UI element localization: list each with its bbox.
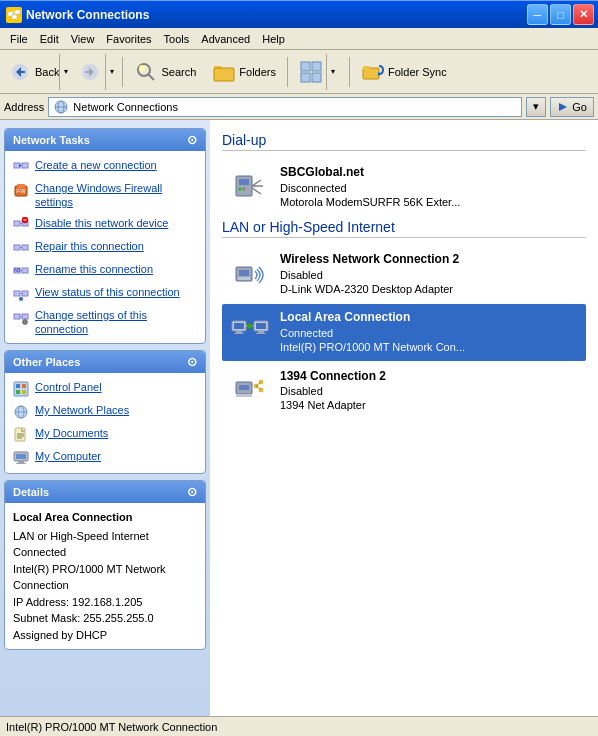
wireless2-device: D-Link WDA-2320 Desktop Adapter [280, 282, 578, 296]
svg-rect-88 [256, 333, 266, 334]
menu-edit[interactable]: Edit [34, 31, 65, 47]
svg-line-77 [252, 188, 261, 194]
address-bar: Address Network Connections ▾ Go [0, 94, 598, 120]
menu-help[interactable]: Help [256, 31, 291, 47]
rename-connection-icon: AB [13, 263, 29, 279]
back-label: Back [35, 66, 59, 78]
wireless2-name: Wireless Network Connection 2 [280, 252, 578, 268]
connection-local-area[interactable]: Local Area Connection Connected Intel(R)… [222, 304, 586, 360]
back-dropdown-icon[interactable]: ▾ [59, 54, 71, 90]
sbcglobal-status: Disconnected [280, 181, 578, 195]
forward-button[interactable]: ▾ [74, 54, 118, 90]
svg-rect-56 [22, 384, 26, 388]
sidebar-item-create-connection[interactable]: Create a new connection [5, 155, 205, 178]
svg-rect-18 [312, 73, 321, 82]
svg-rect-42 [22, 268, 28, 273]
sidebar-item-view-status[interactable]: i View status of this connection [5, 282, 205, 305]
toolbar-divider-2 [287, 57, 288, 87]
address-input[interactable]: Network Connections [48, 97, 522, 117]
network-tasks-label: Network Tasks [13, 134, 90, 146]
window-title: Network Connections [26, 8, 149, 22]
menu-favorites[interactable]: Favorites [100, 31, 157, 47]
details-header[interactable]: Details ⊙ [5, 481, 205, 503]
svg-rect-29 [19, 165, 21, 167]
address-dropdown-button[interactable]: ▾ [526, 97, 546, 117]
search-button[interactable]: Search [127, 54, 203, 90]
main-layout: Network Tasks ⊙ Create a new connection [0, 120, 598, 716]
svg-rect-46 [22, 291, 28, 296]
svg-rect-92 [239, 385, 249, 390]
my-computer-label: My Computer [35, 449, 101, 463]
address-icon [53, 99, 69, 115]
control-panel-icon [13, 381, 29, 397]
svg-line-10 [149, 74, 155, 80]
folder-sync-label: Folder Sync [388, 66, 447, 78]
maximize-button[interactable]: □ [550, 4, 571, 25]
repair-connection-label: Repair this connection [35, 239, 144, 253]
go-button[interactable]: Go [550, 97, 594, 117]
folders-icon [212, 60, 236, 84]
change-firewall-icon: FW [13, 182, 29, 198]
details-device: Intel(R) PRO/1000 MT Network Connection [13, 561, 197, 594]
sidebar-item-my-computer[interactable]: My Computer [5, 446, 205, 469]
sidebar: Network Tasks ⊙ Create a new connection [0, 120, 210, 716]
svg-marker-25 [559, 103, 567, 111]
svg-rect-38 [14, 245, 20, 250]
details-subnet: Subnet Mask: 255.255.255.0 [13, 610, 197, 627]
view-toggle-button[interactable]: ▾ [292, 54, 345, 90]
sidebar-item-control-panel[interactable]: Control Panel [5, 377, 205, 400]
sidebar-item-change-firewall[interactable]: FW Change Windows Firewall settings [5, 178, 205, 213]
folder-sync-icon [361, 60, 385, 84]
my-documents-label: My Documents [35, 426, 108, 440]
svg-point-53 [23, 319, 28, 324]
folder-sync-button[interactable]: Folder Sync [354, 54, 454, 90]
other-places-section: Other Places ⊙ Control Panel [4, 350, 206, 474]
go-label: Go [572, 101, 587, 113]
rename-connection-label: Rename this connection [35, 262, 153, 276]
close-button[interactable]: ✕ [573, 4, 594, 25]
svg-rect-15 [301, 62, 310, 71]
sidebar-item-disable-device[interactable]: Disable this network device [5, 213, 205, 236]
forward-dropdown-icon[interactable]: ▾ [105, 54, 117, 90]
details-ip: IP Address: 192.168.1.205 [13, 594, 197, 611]
sidebar-item-my-documents[interactable]: My Documents [5, 423, 205, 446]
menu-view[interactable]: View [65, 31, 101, 47]
sidebar-item-rename-connection[interactable]: AB Rename this connection [5, 259, 205, 282]
connection-sbcglobal[interactable]: SBCGlobal.net Disconnected Motorola Mode… [222, 159, 586, 215]
menu-file[interactable]: File [4, 31, 34, 47]
menu-advanced[interactable]: Advanced [195, 31, 256, 47]
svg-rect-84 [234, 333, 244, 334]
folders-button[interactable]: Folders [205, 54, 283, 90]
svg-rect-45 [14, 291, 20, 296]
svg-rect-80 [238, 277, 250, 280]
svg-rect-79 [239, 270, 249, 276]
sidebar-item-network-places[interactable]: My Network Places [5, 400, 205, 423]
connection-wireless2[interactable]: Wireless Network Connection 2 Disabled D… [222, 246, 586, 302]
details-title: Local Area Connection [13, 509, 197, 526]
1394-device: 1394 Net Adapter [280, 398, 578, 412]
svg-rect-86 [256, 323, 266, 329]
title-bar: Network Connections ─ □ ✕ [0, 0, 598, 28]
change-firewall-label: Change Windows Firewall settings [35, 181, 197, 210]
details-type: LAN or High-Speed Internet [13, 528, 197, 545]
view-dropdown-icon[interactable]: ▾ [326, 54, 338, 90]
svg-rect-16 [312, 62, 321, 71]
svg-rect-93 [236, 394, 252, 397]
network-places-icon [13, 404, 29, 420]
1394-icon [230, 371, 270, 411]
svg-text:AB: AB [14, 267, 21, 273]
svg-rect-33 [14, 221, 20, 226]
sidebar-item-repair-connection[interactable]: Repair this connection [5, 236, 205, 259]
menu-tools[interactable]: Tools [158, 31, 196, 47]
other-places-header[interactable]: Other Places ⊙ [5, 351, 205, 373]
svg-point-74 [243, 188, 246, 191]
status-bar: Intel(R) PRO/1000 MT Network Connection [0, 716, 598, 736]
sidebar-item-change-settings[interactable]: Change settings of this connection [5, 305, 205, 340]
minimize-button[interactable]: ─ [527, 4, 548, 25]
back-button[interactable]: Back ▾ [4, 54, 72, 90]
svg-line-75 [252, 180, 261, 186]
connection-1394[interactable]: 1394 Connection 2 Disabled 1394 Net Adap… [222, 363, 586, 419]
svg-rect-69 [18, 461, 24, 463]
svg-rect-2 [12, 15, 17, 19]
network-tasks-header[interactable]: Network Tasks ⊙ [5, 129, 205, 151]
